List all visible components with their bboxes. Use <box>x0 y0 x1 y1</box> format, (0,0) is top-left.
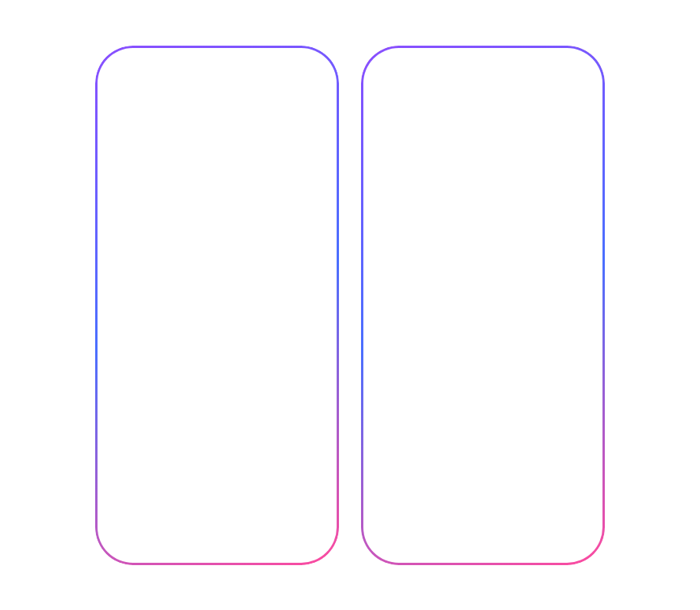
msg-brandon: Want to bike to get some ice cream this … <box>399 142 564 189</box>
mic-icon[interactable]: 🎤 <box>456 522 476 541</box>
avatar-small-1: 👤 <box>105 245 127 267</box>
chat-body-1: Biking. Join chats you're interested in … <box>95 120 339 511</box>
link-card-1[interactable]: More trails in East Bay are opening up n… <box>133 319 306 460</box>
group-avatar-1: 🚵 <box>121 81 151 111</box>
link-card-image <box>134 320 305 406</box>
plus-count: +2 <box>205 493 216 502</box>
signal-icon <box>269 59 282 67</box>
event-label: Event happening tomorrow <box>370 252 595 261</box>
event-card-body: Ice Cream Social Sep 18 · Chrissy Field <box>399 348 564 444</box>
back-button-2[interactable]: ‹ <box>374 87 379 105</box>
event-card-image <box>399 269 564 348</box>
keyboard-bar: ☰ 📷 🖼 🎤 Aa 🙂 🎉 <box>361 513 605 565</box>
chat-name-1: Announcements <box>159 83 326 97</box>
link-url: nbsbayarea.com <box>143 443 296 453</box>
reaction-count: 12 <box>311 256 322 267</box>
signal-icon-2 <box>535 59 548 67</box>
msg-reply-row: How about Sunday? <box>370 209 595 240</box>
sender-brandon: Brandon <box>403 127 595 136</box>
scene: 2:04 ▲ ‹ 🚵 <box>79 30 621 581</box>
msg-reply: How about Sunday? <box>471 209 595 240</box>
msg-row-jamie: 👤 Works for me! <box>370 469 595 497</box>
chat-header-1: ‹ 🚵 Announcements Bay Area Biking <box>95 75 339 120</box>
timestamp-1: 10:30 AM <box>105 279 330 289</box>
avatar-brandon: 👤 <box>370 182 392 204</box>
reactions-emoji: 🎈 🙌🔥 <box>278 468 315 479</box>
header-info-2: Pedals + Scoops Event tomorrow at 7 PM <box>425 83 592 108</box>
cone-shape <box>466 309 497 348</box>
msg-block-2: 👤 Important announcements will be made i… <box>105 194 330 267</box>
sender-jamie: Jamie <box>403 453 595 463</box>
chat-body-2: Brandon 👤 Want to bike to get some ice c… <box>361 119 605 513</box>
msg-party-row: LET'S PARTY <box>370 502 595 512</box>
chat-name-2: Pedals + Scoops <box>425 83 592 97</box>
avatar-jamie: 👤 <box>370 475 392 497</box>
party-icon[interactable]: 🎉 <box>573 522 592 541</box>
msg-jamie: Works for me! <box>399 469 492 497</box>
image-icon[interactable]: 🖼 <box>429 522 445 540</box>
link-card-body: More trails in East Bay are opening up n… <box>134 406 305 459</box>
header-info-1: Announcements Bay Area Biking <box>159 83 326 108</box>
seen-avatars-row: +2 <box>105 490 330 505</box>
msg-row-2: 👤 Important announcements will be made i… <box>105 194 330 267</box>
home-indicator-1 <box>178 553 256 557</box>
time-1: 2:04 <box>117 57 141 70</box>
msg-text-1: Biking. Join chats you're interested in … <box>105 128 293 188</box>
phone-2-screen: 9:41 ▲ ‹ 🚲 <box>361 46 605 565</box>
view-on-facebook-button[interactable]: View on Facebook <box>408 411 554 436</box>
avatar-kat: 👤 <box>105 438 127 460</box>
msg-bubble-1: Biking. Join chats you're interested in … <box>105 128 330 188</box>
status-bar-1: 2:04 ▲ <box>95 46 339 75</box>
attendee-7 <box>498 386 515 403</box>
back-button-1[interactable]: ‹ <box>108 87 113 105</box>
reactions-row-1: 🎈 🙌🔥 56 <box>105 466 330 480</box>
camera-icon[interactable]: 📷 <box>399 522 418 541</box>
msg-reactions-1: •• ❤️ 12 <box>133 256 322 267</box>
group-avatar-2: 🚲 <box>387 81 417 111</box>
readonly-text: Only admins & moderators can message in … <box>118 519 315 542</box>
phone-1-screen: 2:04 ▲ ‹ 🚵 <box>95 46 339 565</box>
msg-party: LET'S PARTY <box>492 502 595 512</box>
event-attendees: ··· <box>408 386 554 403</box>
chat-sub-2: Event tomorrow at 7 PM <box>425 97 592 108</box>
time-2: 9:41 <box>383 57 407 70</box>
emoji-icon[interactable]: 🙂 <box>542 522 562 541</box>
msg-row-kat: 👤 More trails in East Bay are opening up… <box>105 319 330 460</box>
phone-1: 2:04 ▲ ‹ 🚵 <box>95 46 339 565</box>
status-icons-2: ▲ <box>535 57 583 69</box>
event-title: Ice Cream Social <box>408 356 554 368</box>
thumb-reaction: 👍 <box>402 190 418 203</box>
phone-2: 9:41 ▲ ‹ 🚲 <box>361 46 605 565</box>
msg-row-brandon: 👤 Want to bike to get some ice cream thi… <box>370 142 595 204</box>
reactions-count: 56 <box>319 468 330 479</box>
battery-icon-2 <box>566 59 583 68</box>
battery-icon <box>300 59 317 68</box>
menu-icon[interactable]: ☰ <box>374 522 388 541</box>
link-title: More trails in East Bay are opening up <box>143 414 296 441</box>
sender-kat: Kat <box>138 301 330 311</box>
chat-sub-1: Bay Area Biking <box>159 97 326 108</box>
attendee-more: ··· <box>519 390 526 399</box>
event-meta: Sep 18 · Chrissy Field <box>408 370 554 379</box>
msg-text-2: Important announcements will be made in … <box>133 194 322 254</box>
event-card[interactable]: Ice Cream Social Sep 18 · Chrissy Field <box>399 269 564 444</box>
status-icons-1: ▲ <box>269 57 317 69</box>
reaction-icons: •• ❤️ <box>287 256 308 267</box>
status-bar-2: 9:41 ▲ <box>361 46 605 75</box>
chat-header-2: ‹ 🚲 Pedals + Scoops Event tomorrow at 7 … <box>361 75 605 119</box>
event-card-row: Ice Cream Social Sep 18 · Chrissy Field <box>370 269 595 444</box>
wifi-icon: ▲ <box>286 57 296 69</box>
wifi-icon-2: ▲ <box>551 57 562 69</box>
message-input[interactable]: Aa <box>487 519 531 543</box>
seen-avatar-8 <box>314 490 330 505</box>
